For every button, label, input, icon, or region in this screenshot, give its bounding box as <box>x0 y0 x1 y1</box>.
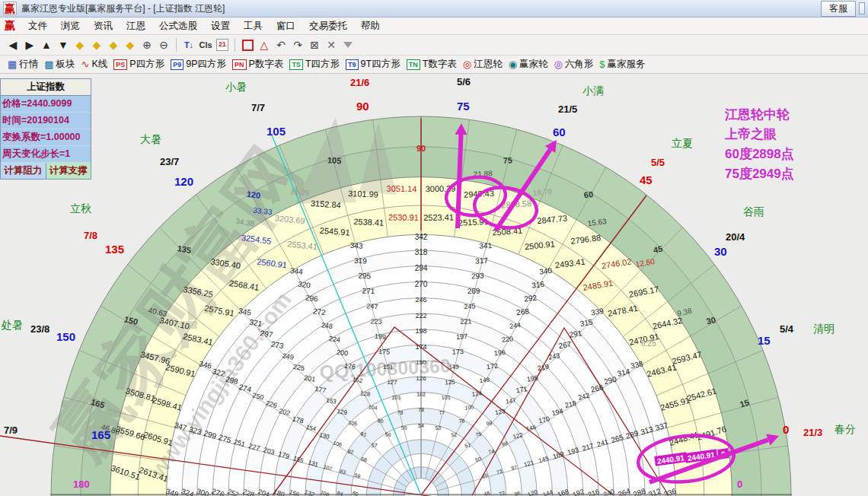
menu-item-5[interactable]: 设置 <box>204 18 237 34</box>
rim-label: 7/7 <box>251 102 265 113</box>
panel-row-2[interactable]: 变换系数=1.00000 <box>1 129 91 146</box>
t-axis-icon[interactable]: T↓ <box>181 37 196 52</box>
menu-item-0[interactable]: 文件 <box>21 18 54 34</box>
funnel-glyph <box>343 42 353 48</box>
menu-logo-icon: 赢 <box>5 19 15 33</box>
price-cell-p1: 3101.99 <box>348 189 378 199</box>
diamond-left-icon[interactable]: ◆ <box>72 37 88 52</box>
panel-row-1[interactable]: 时间=20190104 <box>1 113 91 129</box>
winner-wheel-label: 赢家轮 <box>519 58 548 71</box>
panel-row-0[interactable]: 价格=2440.9099 <box>1 96 91 113</box>
toolbar-item-9p-square[interactable]: P99P四方形 <box>171 58 226 71</box>
spiral-cell: 150 <box>416 359 426 366</box>
nav-back-icon[interactable]: ◀ <box>5 37 21 52</box>
toolbar-item-gann-wheel[interactable]: ◎江恩轮 <box>463 58 503 71</box>
rim-label: 立秋 <box>70 202 91 215</box>
menu-item-6[interactable]: 工具 <box>237 18 270 34</box>
menu-item-9[interactable]: 帮助 <box>354 18 387 34</box>
rim-label: 0 <box>783 423 789 436</box>
app-window: { "window": {"logo": "赢", "title": "赢家江恩… <box>0 0 868 496</box>
spiral-cell: 268 <box>516 307 530 316</box>
spiral-cell: 103 <box>391 395 400 401</box>
annotation-line-2: 60度2898点 <box>725 145 794 164</box>
calc-support-button[interactable]: 计算支撑 <box>46 163 91 179</box>
rect-glyph <box>242 40 254 51</box>
nav-up-icon[interactable]: ▲ <box>39 37 54 52</box>
price-cell-p2: 2538.41 <box>353 217 384 227</box>
wheel-annotation: 江恩轮中轮上帝之眼60度2898点75度2949点 <box>725 105 794 184</box>
spiral-cell: 127 <box>387 379 397 386</box>
triangle-tool-icon[interactable]: △ <box>257 37 272 52</box>
calendar-icon[interactable]: 21 <box>215 37 230 52</box>
menu-item-2[interactable]: 资讯 <box>87 18 120 34</box>
spiral-cell: 76 <box>458 418 465 424</box>
toolbar-item-quotes[interactable]: ▦行情 <box>8 58 38 71</box>
rotate-cw-icon[interactable]: ↷ <box>290 37 305 52</box>
p-square-icon: PS <box>113 59 127 70</box>
zoom-select-icon[interactable]: ✕ <box>324 37 339 52</box>
rotate-ccw-icon[interactable]: ↶ <box>273 37 289 52</box>
calc-resistance-button[interactable]: 计算阻力 <box>1 163 46 179</box>
rim-label: 23/8 <box>30 323 49 335</box>
toolbar-item-kline[interactable]: ∿K线 <box>81 58 108 71</box>
tools-toolbar: ▦行情▩板块∿K线PSP四方形P99P四方形PNP数字表TST四方形T99T四方… <box>0 56 868 74</box>
spiral-cell: 81 <box>360 431 367 437</box>
rim-label: 120 <box>174 175 193 188</box>
panel-row-3[interactable]: 周天变化步长=1 <box>1 146 91 163</box>
zoom-out-icon[interactable]: ⊖ <box>156 37 171 52</box>
toolbar-item-sectors[interactable]: ▩板块 <box>44 58 75 71</box>
spiral-cell: 151 <box>383 364 394 371</box>
menu-item-3[interactable]: 江恩 <box>120 18 152 34</box>
nav-down-icon[interactable]: ▼ <box>56 37 71 52</box>
diamond-up-icon[interactable]: ◆ <box>106 37 121 52</box>
menu-item-4[interactable]: 公式选股 <box>152 18 204 34</box>
toolbar-item-hexagon[interactable]: ◎六角形 <box>554 58 593 71</box>
menu-item-7[interactable]: 窗口 <box>270 18 302 34</box>
rim-label: 90 <box>356 100 369 113</box>
rim-label: 春分 <box>834 423 856 435</box>
rect-tool-icon[interactable] <box>240 37 255 52</box>
clear-draw-icon[interactable] <box>340 37 356 52</box>
spiral-cell: 319 <box>354 256 368 265</box>
spiral-cell: 220 <box>501 335 513 344</box>
rim-label: 15 <box>758 334 771 347</box>
toolbar-item-t-square[interactable]: TST四方形 <box>289 58 340 71</box>
nav-forward-icon[interactable]: ▶ <box>22 37 37 52</box>
9p-square-label: 9P四方形 <box>186 58 226 71</box>
spiral-cell: 77 <box>439 410 445 415</box>
spiral-cell: 79 <box>397 410 403 415</box>
toolbar-item-winner-service[interactable]: $赢家服务 <box>599 58 645 71</box>
rim-label: 5/6 <box>457 76 471 87</box>
price-cell-p1: 3051.14 <box>387 184 417 194</box>
spiral-cell: 75 <box>475 431 482 437</box>
spiral-cell: 342 <box>415 233 428 241</box>
rim-label: 180 <box>73 479 90 490</box>
toolbar-item-winner-wheel[interactable]: ◉赢家轮 <box>509 58 548 71</box>
diamond-right-icon[interactable]: ◆ <box>89 37 104 52</box>
menu-item-1[interactable]: 浏览 <box>54 18 87 34</box>
cls-icon[interactable]: Cls <box>198 37 213 52</box>
spiral-cell: 52 <box>451 431 458 437</box>
partial-button[interactable] <box>859 2 865 14</box>
spiral-cell: 292 <box>524 294 538 304</box>
toolbar-item-t-number-table[interactable]: TNT数字表 <box>407 58 457 71</box>
spiral-cell: 100 <box>464 404 474 410</box>
quotes-label: 行情 <box>19 58 38 71</box>
rim-label: 21/3 <box>803 427 822 438</box>
fit-screen-icon[interactable]: ⊠ <box>307 37 322 52</box>
toolbar-item-p-number-table[interactable]: PNP数字表 <box>232 58 283 71</box>
gann-wheel-canvas[interactable]: 赢家财富网www.yingjia360.comQQ:1008003602491.… <box>0 0 868 496</box>
toolbar-item-p-square[interactable]: PSP四方形 <box>113 58 164 71</box>
toolbar-item-9t-square[interactable]: T99T四方形 <box>346 58 400 71</box>
spiral-cell: 272 <box>313 307 327 316</box>
price-cell-p2: 2530.91 <box>388 212 419 222</box>
menu-item-8[interactable]: 交易委托 <box>302 18 354 34</box>
rim-label: 立夏 <box>672 137 693 149</box>
spiral-cell: 294 <box>415 264 428 272</box>
rim-label: 6.25 <box>641 339 656 348</box>
spiral-cell: 245 <box>464 302 476 310</box>
t-square-label: T四方形 <box>305 58 340 71</box>
customer-service-button[interactable]: 客服 <box>821 1 856 17</box>
diamond-down-icon[interactable]: ◆ <box>123 37 138 52</box>
zoom-in-icon[interactable]: ⊕ <box>139 37 155 52</box>
